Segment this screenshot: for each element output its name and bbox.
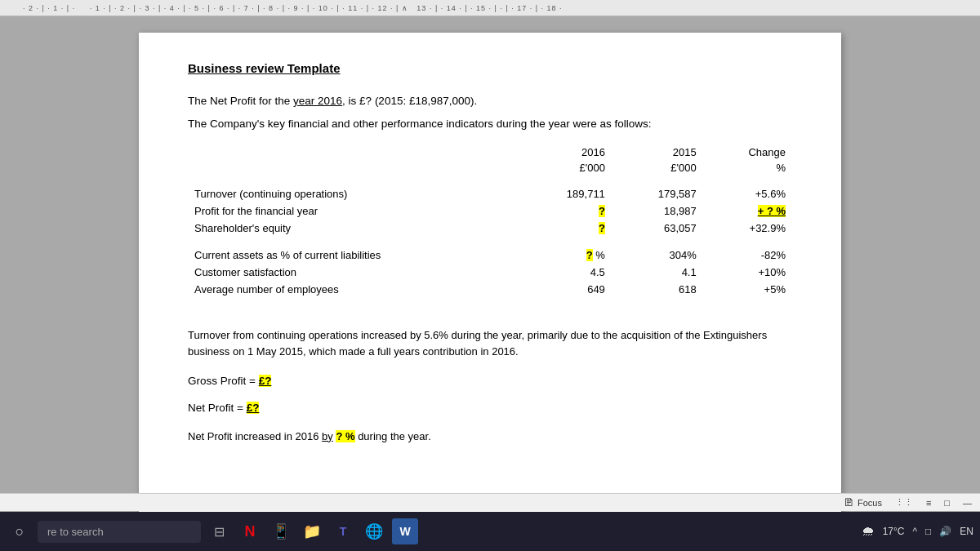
explorer-icon[interactable]: 📁 (299, 518, 325, 544)
search-text: re to search (47, 526, 104, 538)
row-change-assets: -82% (703, 247, 792, 264)
row-2015-assets: 304% (612, 247, 703, 264)
table-row: Average number of employees 649 618 +5% (188, 281, 792, 298)
col-subheader-change: % (703, 160, 792, 176)
row-2016-profit: ? (520, 202, 612, 220)
row-2015-satisfaction: 4.1 (612, 264, 703, 281)
screen-icon: □ (925, 526, 931, 537)
table-row: Turnover (continuing operations) 189,711… (188, 185, 792, 202)
document-title: Business review Template (188, 61, 792, 75)
grid-icon: ⋮⋮ (895, 497, 913, 508)
windows-button[interactable]: ○ (7, 518, 33, 544)
focus-icon: 🖹 (844, 496, 854, 509)
gross-profit-value: £? (259, 375, 272, 387)
by-underline: by (322, 430, 333, 442)
box-icon: □ (944, 498, 950, 508)
net-profit-value: £? (247, 402, 260, 414)
document-area: Business review Template The Net Profit … (0, 16, 980, 551)
table-header-row: 2016 2015 Change (188, 144, 792, 160)
ruler-text: · 2 · | · 1 · | · · 1 · | · 2 · | · 3 · … (23, 4, 563, 12)
row-change-profit: + ? % (703, 202, 792, 220)
row-label-employees: Average number of employees (188, 281, 520, 298)
intro-line2: The Company's key financial and other pe… (188, 116, 792, 132)
assets-2016-highlight: ? (586, 249, 593, 261)
table-spacer (188, 237, 792, 247)
focus-button[interactable]: 🖹 Focus (844, 496, 882, 509)
row-2015-equity: 63,057 (612, 220, 703, 237)
document-page: Business review Template The Net Profit … (139, 33, 841, 551)
financial-table: 2016 2015 Change £'000 £'000 % (188, 144, 792, 298)
row-2016-satisfaction: 4.5 (520, 264, 612, 281)
col-subheader-2015: £'000 (612, 160, 703, 176)
profit-change-highlight: + ? % (758, 205, 786, 217)
row-2016-turnover: 189,711 (520, 185, 612, 202)
col-subheader-2016: £'000 (520, 160, 612, 176)
weather-icon: 🌧 (862, 524, 875, 539)
row-2016-assets: ? % (520, 247, 612, 264)
document-statusbar: 🖹 Focus ⋮⋮ ≡ □ — (0, 493, 980, 511)
row-2015-profit: 18,987 (612, 202, 703, 220)
taskbar-left: ○ re to search ⊟ N 📱 📁 T 🌐 W (7, 518, 862, 544)
up-arrow-icon: ^ (912, 526, 917, 537)
word-icon[interactable]: W (392, 518, 418, 544)
net-profit-line: Net Profit = £? (188, 402, 792, 414)
row-change-satisfaction: +10% (703, 264, 792, 281)
row-2015-employees: 618 (612, 281, 703, 298)
row-label-turnover: Turnover (continuing operations) (188, 185, 520, 202)
focus-label: Focus (858, 498, 882, 508)
taskbar-right: 🌧 17°C ^ □ 🔊 EN (862, 524, 973, 539)
taskbar: ○ re to search ⊟ N 📱 📁 T 🌐 W 🌧 17°C ^ □ … (0, 512, 980, 551)
row-change-employees: +5% (703, 281, 792, 298)
row-label-satisfaction: Customer satisfaction (188, 264, 520, 281)
col-header-2015: 2015 (612, 144, 703, 160)
table-subheader-row: £'000 £'000 % (188, 160, 792, 176)
ruler: · 2 · | · 1 · | · · 1 · | · 2 · | · 3 · … (0, 0, 980, 16)
col-header-label (188, 144, 520, 160)
row-label-profit: Profit for the financial year (188, 202, 520, 220)
table-row: Shareholder's equity ? 63,057 +32.9% (188, 220, 792, 237)
row-2016-equity: ? (520, 220, 612, 237)
row-2016-employees: 649 (520, 281, 612, 298)
equity-2016-highlight: ? (599, 222, 605, 234)
table-row: Customer satisfaction 4.5 4.1 +10% (188, 264, 792, 281)
row-change-turnover: +5.6% (703, 185, 792, 202)
temperature: 17°C (883, 526, 905, 537)
table-row: Current assets as % of current liabiliti… (188, 247, 792, 264)
volume-icon[interactable]: 🔊 (939, 526, 951, 537)
col-header-change: Change (703, 144, 792, 160)
task-view-button[interactable]: ⊟ (206, 518, 232, 544)
row-label-equity: Shareholder's equity (188, 220, 520, 237)
net-profit-increase-line: Net Profit increased in 2016 by ? % duri… (188, 429, 792, 445)
chrome-icon[interactable]: 🌐 (361, 518, 387, 544)
search-bar[interactable]: re to search (38, 521, 201, 543)
col-subheader-label (188, 160, 520, 176)
list-view-button[interactable]: ≡ (926, 498, 931, 508)
row-2015-turnover: 179,587 (612, 185, 703, 202)
profit-2016-highlight: ? (599, 205, 605, 217)
box-view-button[interactable]: □ (944, 498, 950, 508)
net-profit-pct-highlight: ? % (336, 430, 354, 442)
teams-icon[interactable]: T (330, 518, 356, 544)
col-header-2016: 2016 (520, 144, 612, 160)
table-row: Profit for the financial year ? 18,987 +… (188, 202, 792, 220)
turnover-paragraph: Turnover from continuing operations incr… (188, 327, 792, 360)
dash-icon: — (963, 498, 972, 508)
year-underline: year 2016 (293, 95, 342, 107)
row-change-equity: +32.9% (703, 220, 792, 237)
intro-line1: The Net Profit for the year 2016, is £? … (188, 93, 792, 109)
language-indicator: EN (960, 526, 973, 537)
netflix-icon[interactable]: N (237, 518, 263, 544)
gross-profit-line: Gross Profit = £? (188, 375, 792, 387)
header-spacer (188, 176, 792, 185)
list-icon: ≡ (926, 498, 931, 508)
grid-view-button[interactable]: ⋮⋮ (895, 497, 913, 508)
row-label-assets: Current assets as % of current liabiliti… (188, 247, 520, 264)
ruler-marks: · 2 · | · 1 · | · · 1 · | · 2 · | · 3 · … (7, 4, 563, 12)
whatsapp-icon[interactable]: 📱 (268, 518, 294, 544)
